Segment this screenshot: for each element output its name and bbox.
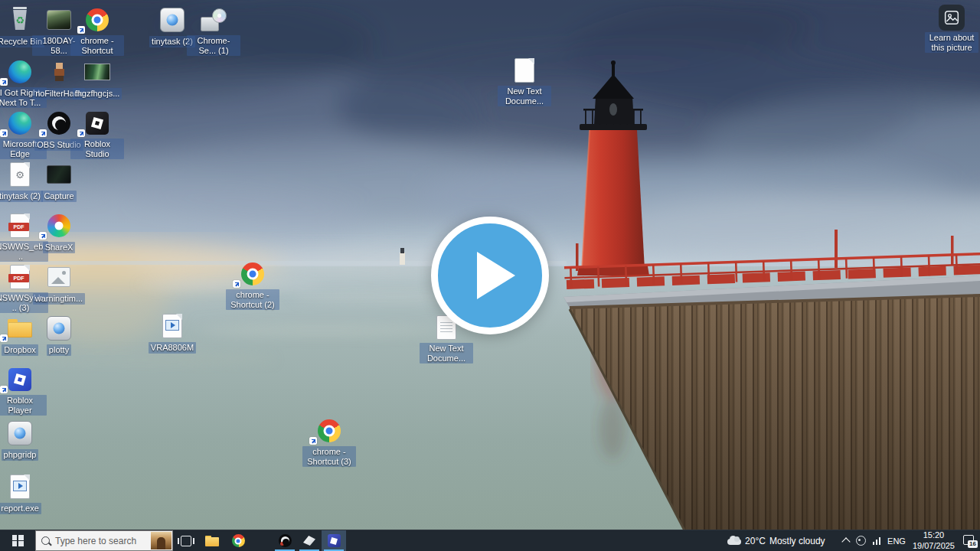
- sharex-icon: [32, 212, 86, 240]
- desktop-icon-label: chrome - Shortcut (3): [302, 446, 356, 467]
- shortcut-arrow-icon: [0, 334, 8, 342]
- start-button[interactable]: [0, 530, 35, 551]
- shortcut-arrow-icon: [0, 386, 8, 393]
- running-apps: [273, 530, 346, 551]
- desktop-icon-label: Roblox Studio: [70, 139, 124, 159]
- desktop-icon-label: chrome - Shortcut: [70, 35, 124, 56]
- search-box[interactable]: Type here to search: [35, 530, 173, 551]
- picture-info-icon: [939, 5, 965, 31]
- taskbar-spacer: [346, 530, 727, 551]
- desktop-icon-label: Chrome-Se... (1): [187, 35, 240, 56]
- shortcut-arrow-icon: [233, 280, 240, 288]
- shortcut-arrow-icon: [0, 129, 8, 137]
- chrome-icon: [302, 417, 356, 445]
- desktop-icon-label: phpgridp: [2, 449, 39, 461]
- shortcut-arrow-icon: [77, 129, 85, 137]
- desktop-icon-media-doc[interactable]: VRA8806M: [145, 312, 199, 354]
- desktop-icon-label: chrome - Shortcut (2): [226, 289, 279, 310]
- search-highlight-image[interactable]: [151, 532, 172, 549]
- desktop-icon-chrome[interactable]: chrome - Shortcut (3): [302, 417, 356, 468]
- play-icon: [477, 252, 515, 299]
- weather-widget[interactable]: 20°C Mostly cloudy: [727, 536, 825, 546]
- blank-doc-icon: [498, 57, 551, 84]
- desktop-icon-video-green[interactable]: fhgzfhgcjs...: [70, 58, 124, 99]
- windows-logo-icon: [12, 535, 24, 546]
- clock[interactable]: 15:20 19/07/2025: [913, 530, 955, 550]
- hidden-icons-chevron-icon[interactable]: [841, 537, 850, 546]
- file-explorer-icon: [205, 536, 219, 546]
- clock-time: 15:20: [913, 530, 955, 540]
- obs-taskbar-icon: [279, 534, 292, 547]
- chrome-icon: [70, 6, 124, 34]
- task-view-button[interactable]: [173, 530, 199, 551]
- desktop-icon-sharex[interactable]: ShareX: [32, 212, 86, 253]
- roblox-studio-taskbar-icon: [328, 534, 341, 547]
- desktop-icon-label: VRA8806M: [149, 342, 196, 354]
- capture-icon: [32, 161, 86, 188]
- desktop-icon-label: warningtim...: [33, 293, 85, 305]
- shortcut-arrow-icon: [39, 129, 47, 137]
- desktop-icon-tinytask[interactable]: phpgridp: [0, 419, 47, 461]
- desktop-icon-label: fhgzfhgcjs...: [73, 88, 122, 99]
- search-placeholder: Type here to search: [55, 536, 136, 546]
- learn-about-picture[interactable]: Learn about this picture: [925, 5, 978, 54]
- desktop-icon-installer[interactable]: Chrome-Se... (1): [187, 6, 240, 57]
- desktop-icon-capture[interactable]: Capture: [32, 161, 86, 202]
- media-doc-icon: [0, 473, 47, 500]
- language-indicator[interactable]: ENG: [887, 536, 906, 546]
- desktop-icon-roblox-player[interactable]: Roblox Player: [0, 366, 47, 416]
- action-center-button[interactable]: 16: [963, 535, 976, 546]
- search-icon: [41, 536, 50, 545]
- system-tray: 20°C Mostly cloudy ENG 15:20 19/07/2025 …: [727, 530, 980, 551]
- obs-tray-icon[interactable]: [856, 536, 866, 546]
- paper-app-taskbar-button[interactable]: [297, 530, 322, 551]
- desktop: ♻Recycle Bin180DAY-58...chrome - Shortcu…: [0, 0, 980, 551]
- desktop-icon-blank-doc[interactable]: New Text Docume...: [498, 57, 551, 107]
- video-green-icon: [70, 58, 124, 86]
- shortcut-arrow-icon: [309, 437, 317, 445]
- roblox-studio-taskbar-button[interactable]: [322, 530, 346, 551]
- desktop-icon-label: report.exe: [0, 503, 41, 514]
- clock-date: 19/07/2025: [913, 541, 955, 551]
- notification-badge: 16: [968, 540, 978, 548]
- desktop-icon-label: ShareX: [43, 242, 76, 253]
- cloud-icon: [727, 539, 741, 545]
- desktop-icon-chrome[interactable]: chrome - Shortcut: [70, 6, 124, 57]
- tinytask-icon: [0, 419, 47, 447]
- chrome-taskbar-button[interactable]: [225, 530, 251, 551]
- tinytask-icon: [32, 315, 86, 342]
- media-doc-icon: [145, 312, 199, 340]
- shortcut-arrow-icon: [77, 26, 85, 34]
- temperature: 20°C: [745, 536, 766, 546]
- shortcut-arrow-icon: [39, 232, 47, 240]
- desktop-icon-roblox-studio[interactable]: Roblox Studio: [70, 109, 124, 160]
- desktop-icon-image-grey[interactable]: warningtim...: [32, 263, 86, 305]
- chrome-icon: [226, 260, 279, 288]
- desktop-icon-label: Roblox Player: [0, 395, 47, 416]
- desktop-icon-chrome[interactable]: chrome - Shortcut (2): [226, 260, 279, 311]
- weather-condition: Mostly cloudy: [769, 536, 825, 546]
- learn-about-picture-label: Learn about this picture: [925, 32, 978, 53]
- desktop-icon-label: New Text Docume...: [498, 86, 551, 106]
- paper-app-taskbar-icon: [303, 536, 315, 546]
- play-button[interactable]: [431, 217, 549, 334]
- chrome-icon: [232, 534, 245, 547]
- network-icon[interactable]: [873, 537, 881, 545]
- desktop-icon-media-doc[interactable]: report.exe: [0, 473, 47, 514]
- taskbar: Type here to search 20°C Mostly cloudy E…: [0, 530, 980, 551]
- desktop-icon-label: New Text Docume...: [420, 343, 473, 364]
- shortcut-arrow-icon: [0, 78, 8, 86]
- image-grey-icon: [32, 263, 86, 291]
- desktop-icon-tinytask[interactable]: plotty: [32, 315, 86, 356]
- task-view-icon: [181, 536, 191, 546]
- roblox-player-icon: [0, 366, 47, 393]
- desktop-icon-label: Capture: [41, 191, 76, 202]
- file-explorer-button[interactable]: [199, 530, 225, 551]
- desktop-icon-label: plotty: [47, 344, 71, 356]
- installer-icon: [187, 6, 240, 34]
- obs-taskbar-button[interactable]: [273, 530, 297, 551]
- roblox-studio-icon: [70, 109, 124, 137]
